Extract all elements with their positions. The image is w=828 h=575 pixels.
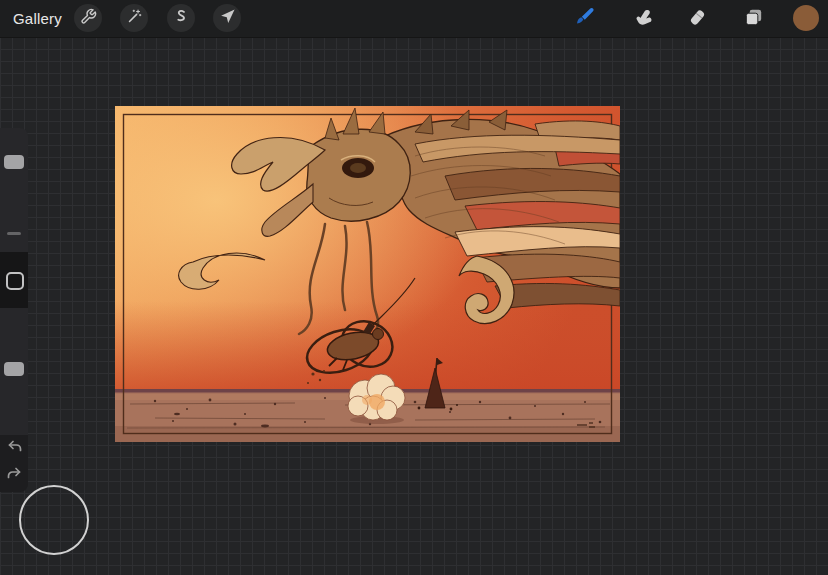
procreate-window: Gallery — [0, 0, 828, 575]
erase-tool-button[interactable] — [684, 6, 710, 32]
arrow-cursor-icon — [219, 8, 236, 29]
artwork-canvas[interactable] — [115, 106, 620, 442]
opacity-slider[interactable] — [0, 308, 28, 435]
color-swatch[interactable] — [793, 5, 819, 31]
smudge-tool-button[interactable] — [630, 6, 656, 32]
modify-button[interactable] — [6, 272, 24, 290]
brush-sidebar — [0, 128, 28, 492]
brush-size-slider[interactable] — [0, 128, 28, 252]
paint-tool-button[interactable] — [572, 6, 598, 32]
layers-icon — [742, 6, 765, 33]
brush-icon — [573, 5, 597, 33]
redo-button[interactable] — [5, 466, 23, 484]
layers-button[interactable] — [740, 6, 766, 32]
transform-button[interactable] — [213, 4, 241, 32]
opacity-handle[interactable] — [4, 362, 24, 376]
artwork-illustration — [115, 106, 620, 442]
s-curve-icon — [173, 8, 190, 29]
gallery-button[interactable]: Gallery — [13, 10, 62, 27]
undo-button[interactable] — [5, 439, 23, 457]
canvas-workspace[interactable] — [0, 37, 828, 575]
eraser-icon — [686, 6, 709, 33]
actions-button[interactable] — [74, 4, 102, 32]
undo-icon — [6, 438, 23, 459]
wrench-icon — [80, 8, 97, 29]
undo-redo-section — [0, 435, 28, 492]
finger-icon — [632, 6, 655, 33]
adjustments-button[interactable] — [120, 4, 148, 32]
magic-wand-icon — [126, 8, 143, 29]
brush-cursor-circle — [19, 485, 89, 555]
top-toolbar: Gallery — [0, 0, 828, 38]
redo-icon — [6, 465, 23, 486]
brush-size-handle[interactable] — [4, 155, 24, 169]
selection-button[interactable] — [167, 4, 195, 32]
sidebar-mid — [0, 252, 28, 308]
slider-tick — [7, 232, 21, 235]
